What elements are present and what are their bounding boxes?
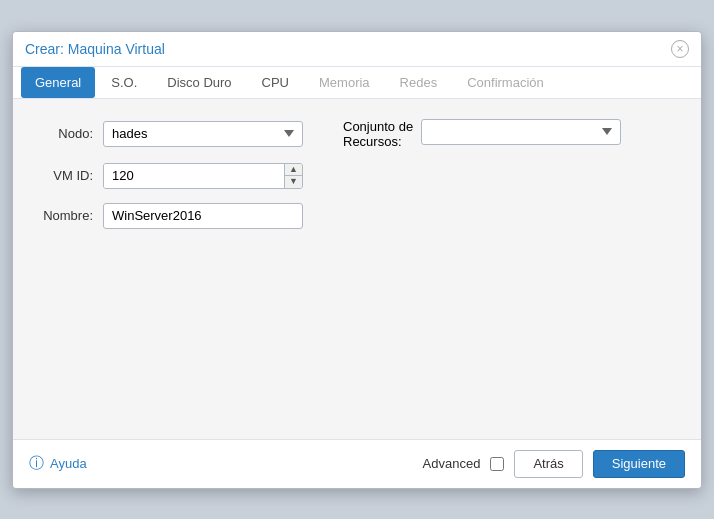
- help-button[interactable]: Ayuda: [50, 456, 87, 471]
- titlebar: Crear: Maquina Virtual ×: [13, 32, 701, 67]
- nodo-row: Nodo: hades Conjunto de Recursos:: [33, 119, 681, 149]
- dialog-title: Crear: Maquina Virtual: [25, 41, 165, 57]
- vmid-input[interactable]: [104, 164, 284, 188]
- help-icon: ⓘ: [29, 454, 44, 473]
- advanced-checkbox[interactable]: [490, 457, 504, 471]
- nombre-label: Nombre:: [33, 208, 103, 223]
- close-button[interactable]: ×: [671, 40, 689, 58]
- nombre-input[interactable]: [103, 203, 303, 229]
- conjunto-label: Conjunto de: [343, 119, 413, 134]
- back-button[interactable]: Atrás: [514, 450, 582, 478]
- tab-so[interactable]: S.O.: [97, 67, 151, 98]
- tab-general[interactable]: General: [21, 67, 95, 98]
- conjunto-section: Conjunto de Recursos:: [343, 119, 621, 149]
- footer-left: ⓘ Ayuda: [29, 454, 87, 473]
- vmid-up-button[interactable]: ▲: [285, 164, 302, 177]
- tab-redes: Redes: [386, 67, 452, 98]
- advanced-label: Advanced: [423, 456, 481, 471]
- footer-right: Advanced Atrás Siguiente: [423, 450, 685, 478]
- tabs-bar: General S.O. Disco Duro CPU Memoria Rede…: [13, 67, 701, 99]
- vmid-spinbox: ▲ ▼: [103, 163, 303, 189]
- tab-disco-duro[interactable]: Disco Duro: [153, 67, 245, 98]
- vmid-label: VM ID:: [33, 168, 103, 183]
- recursos-label: Recursos:: [343, 134, 402, 149]
- spinbox-buttons: ▲ ▼: [284, 164, 302, 188]
- conjunto-select[interactable]: [421, 119, 621, 145]
- tab-cpu[interactable]: CPU: [248, 67, 303, 98]
- next-button[interactable]: Siguiente: [593, 450, 685, 478]
- dialog-footer: ⓘ Ayuda Advanced Atrás Siguiente: [13, 439, 701, 488]
- tab-memoria: Memoria: [305, 67, 384, 98]
- tab-confirmacion: Confirmación: [453, 67, 558, 98]
- nodo-label: Nodo:: [33, 126, 103, 141]
- dialog-body: Nodo: hades Conjunto de Recursos: VM ID:: [13, 99, 701, 439]
- nodo-select[interactable]: hades: [103, 121, 303, 147]
- vmid-down-button[interactable]: ▼: [285, 176, 302, 188]
- dialog: Crear: Maquina Virtual × General S.O. Di…: [12, 31, 702, 489]
- vmid-row: VM ID: ▲ ▼: [33, 163, 681, 189]
- nombre-row: Nombre:: [33, 203, 681, 229]
